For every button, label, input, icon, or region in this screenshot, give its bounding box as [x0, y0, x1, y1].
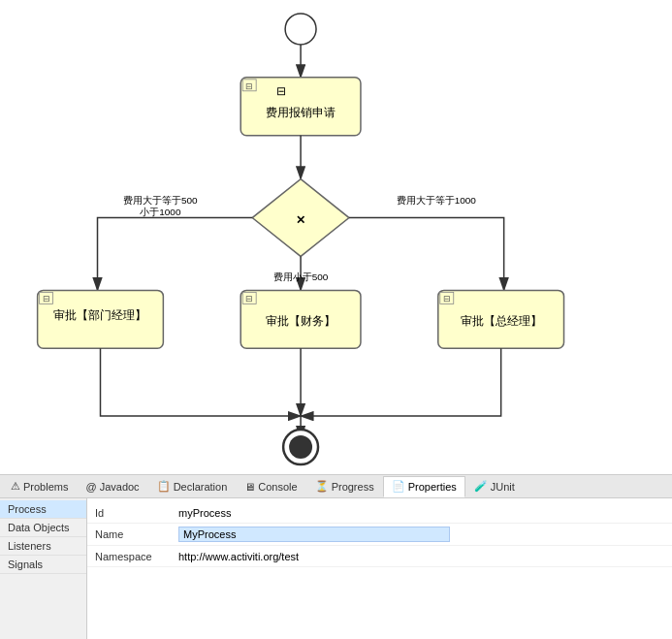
- progress-icon: ⏳: [315, 480, 329, 493]
- sidebar-item-listeners[interactable]: Listeners: [0, 537, 86, 556]
- svg-text:✕: ✕: [296, 213, 305, 227]
- problems-icon: ⚠: [11, 480, 20, 493]
- tab-progress[interactable]: ⏳ Progress: [306, 476, 383, 497]
- svg-text:⊟: ⊟: [276, 84, 286, 98]
- tab-console[interactable]: 🖥 Console: [236, 476, 305, 497]
- properties-table: Id myProcess Name Namespace: [87, 498, 672, 639]
- name-input[interactable]: [178, 527, 450, 542]
- tab-javadoc[interactable]: @ Javadoc: [77, 476, 147, 497]
- start-event[interactable]: [285, 14, 316, 45]
- edge-label-middle2: 小于1000: [140, 207, 181, 217]
- edge-label-right: 费用大于等于1000: [397, 195, 477, 206]
- task-expense-apply-label: 费用报销申请: [266, 106, 336, 119]
- panel-content: Process Data Objects Listeners Signals I…: [0, 498, 672, 639]
- tab-bar: ⚠ Problems @ Javadoc 📋 Declaration 🖥 Con…: [0, 475, 672, 498]
- task-general-manager-label: 审批【总经理】: [461, 314, 542, 328]
- svg-text:⊟: ⊟: [245, 294, 253, 304]
- prop-value-id: myProcess: [175, 506, 672, 520]
- panel-sidebar: Process Data Objects Listeners Signals: [0, 498, 87, 639]
- prop-row-id: Id myProcess: [87, 502, 672, 524]
- console-icon: 🖥: [244, 481, 255, 493]
- prop-label-id: Id: [87, 505, 175, 521]
- sidebar-item-signals[interactable]: Signals: [0, 556, 86, 574]
- task-finance-label: 审批【财务】: [266, 314, 336, 328]
- tab-junit[interactable]: 🧪 JUnit: [465, 476, 524, 497]
- svg-text:⊟: ⊟: [443, 294, 451, 304]
- tab-problems[interactable]: ⚠ Problems: [2, 476, 77, 497]
- bottom-panel: ⚠ Problems @ Javadoc 📋 Declaration 🖥 Con…: [0, 475, 672, 639]
- sidebar-item-process[interactable]: Process: [0, 500, 86, 519]
- javadoc-icon: @: [85, 481, 96, 493]
- prop-value-namespace: http://www.activiti.org/test: [175, 550, 672, 563]
- svg-text:⊟: ⊟: [245, 81, 253, 91]
- task-dept-manager-label: 审批【部门经理】: [53, 308, 146, 322]
- prop-label-name: Name: [87, 527, 175, 542]
- diagram-canvas[interactable]: ⊟ 费用报销申请 ⊟ ✕ 费用大于等于500 小于1000 费用小于500 费用…: [0, 0, 672, 475]
- tab-properties[interactable]: 📄 Properties: [383, 476, 465, 497]
- junit-icon: 🧪: [474, 480, 488, 493]
- declaration-icon: 📋: [157, 480, 171, 493]
- edge-label-small: 费用小于500: [273, 272, 329, 282]
- sidebar-item-data-objects[interactable]: Data Objects: [0, 519, 86, 537]
- end-event-inner: [289, 435, 312, 459]
- prop-value-name[interactable]: [175, 526, 672, 543]
- properties-icon: 📄: [392, 480, 405, 493]
- prop-row-namespace: Namespace http://www.activiti.org/test: [87, 546, 672, 567]
- prop-label-namespace: Namespace: [87, 549, 175, 564]
- tab-declaration[interactable]: 📋 Declaration: [148, 476, 237, 497]
- edge-label-middle: 费用大于等于500: [123, 195, 198, 206]
- prop-row-name: Name: [87, 524, 672, 546]
- svg-text:⊟: ⊟: [43, 294, 50, 304]
